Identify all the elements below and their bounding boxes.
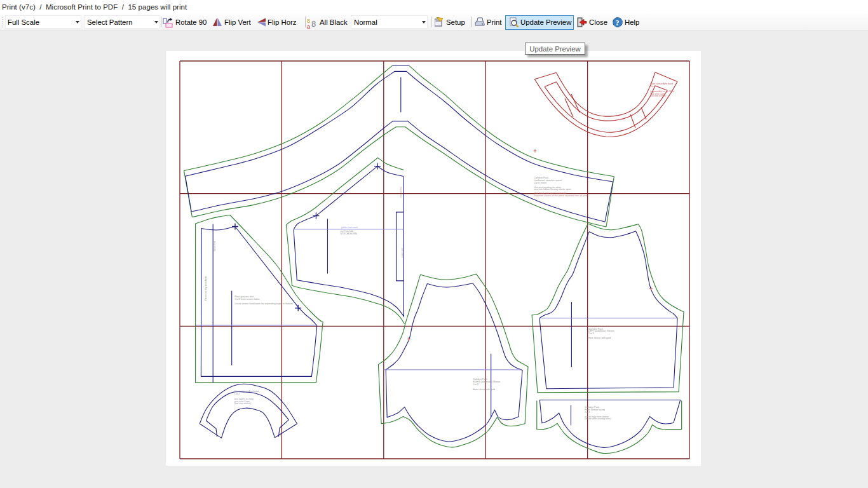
svg-text:case turn: case turn (401, 248, 403, 258)
svg-text:Hem sleeve with gold: Hem sleeve with gold (588, 337, 611, 339)
svg-text:Reserve dry pendants: Reserve dry pendants (204, 276, 207, 301)
svg-text:Cut 2: Cut 2 (650, 85, 656, 88)
svg-text:?: ? (616, 18, 620, 27)
svg-text:8: 8 (311, 19, 316, 29)
svg-text:(low into sleeve): (low into sleeve) (234, 402, 252, 405)
svg-text:Leave seams hand open for sepa: Leave seams hand open for separating zip… (235, 302, 293, 305)
svg-text:Separate closest of this piece: Separate closest of this piece to power … (534, 194, 587, 197)
svg-text:a: a (307, 24, 310, 30)
svg-text:STITCH WORN: STITCH WORN (341, 233, 357, 235)
svg-text:Cut 2: Cut 2 (234, 393, 240, 395)
svg-text:Cut 2 from a worn fabric: Cut 2 from a worn fabric (235, 298, 261, 301)
svg-text:crease line: crease line (400, 187, 402, 198)
svg-text:Cat 3: intern: Cat 3: intern (534, 182, 546, 184)
svg-text:Grain line: Grain line (214, 241, 216, 251)
svg-text:Cut 3: Cut 3 (588, 332, 594, 335)
svg-text:sew into rubber leaving elasti: sew into rubber leaving elastic open (534, 188, 571, 191)
svg-text:gather front waist: gather front waist (341, 226, 358, 229)
svg-text:Hem sleeve with gold: Hem sleeve with gold (473, 388, 495, 391)
svg-text:Cut 1: Cut 1 (585, 411, 590, 414)
svg-text:Cut 3: Cut 3 (473, 383, 478, 386)
svg-text:(as we offer sewing tunic): (as we offer sewing tunic) (585, 417, 611, 420)
svg-text:(cut into sleeve): (cut into sleeve) (650, 95, 666, 97)
